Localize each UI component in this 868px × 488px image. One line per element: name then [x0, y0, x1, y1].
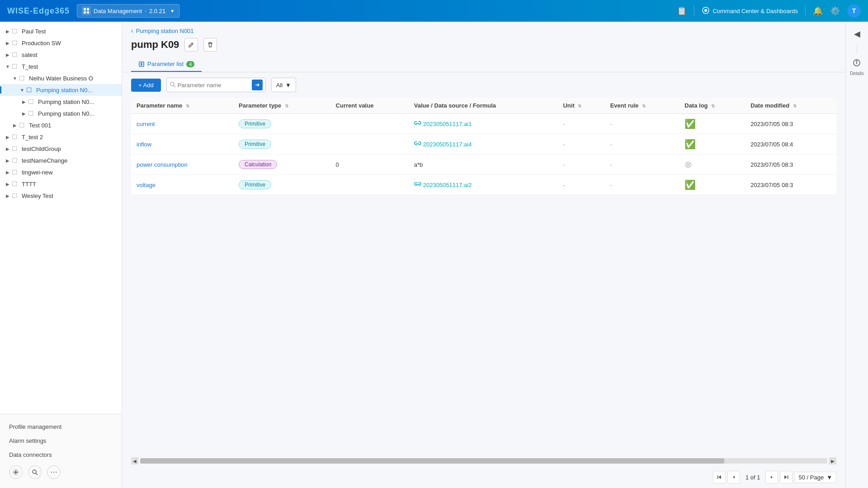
toggle-paul-test[interactable]: ▶ — [4, 29, 12, 34]
data-connectors-add-icon[interactable] — [9, 465, 23, 479]
data-connectors-link[interactable]: Data connectors — [7, 448, 114, 462]
datasource-link[interactable]: 202305051117:ai2 — [414, 181, 552, 189]
toggle-satest[interactable]: ▶ — [4, 52, 12, 57]
col-event-rule[interactable]: Event rule ⇅ — [605, 98, 679, 114]
datasource-link[interactable]: 202305051117:ai1 — [414, 120, 552, 128]
data-log-status-ok: ✅ — [684, 119, 696, 129]
col-data-log[interactable]: Data log ⇅ — [679, 98, 745, 114]
prev-page-button[interactable] — [727, 471, 740, 483]
col-param-type[interactable]: Parameter type ⇅ — [233, 98, 330, 114]
last-page-button[interactable] — [780, 471, 793, 483]
alarm-settings-link[interactable]: Alarm settings — [7, 434, 114, 448]
link-icon — [414, 120, 421, 128]
settings-icon[interactable]: ⚙️ — [830, 6, 840, 16]
toggle-tttt[interactable]: ▶ — [4, 182, 12, 187]
sidebar-item-tttt[interactable]: ▶ ☐ TTTT — [0, 178, 122, 190]
param-name-link[interactable]: current — [137, 121, 155, 127]
bottom-bar: ◀ ▶ 1 of 1 — [122, 455, 845, 488]
toggle-testchildgroup[interactable]: ▶ — [4, 146, 12, 151]
col-param-name[interactable]: Parameter name ⇅ — [131, 98, 233, 114]
sidebar-item-pumping-n002[interactable]: ▶ ☐ Pumping station N0... — [0, 96, 122, 108]
toggle-test-001[interactable]: ▶ — [11, 123, 19, 128]
col-unit[interactable]: Unit ⇅ — [557, 98, 604, 114]
filter-select[interactable]: All ▼ — [271, 78, 296, 92]
sidebar-item-t-test-2[interactable]: ▶ ☐ T_test 2 — [0, 131, 122, 143]
data-log-cell: ✅ — [679, 175, 745, 195]
sidebar-item-satest[interactable]: ▶ ☐ satest — [0, 49, 122, 61]
sidebar-label-pumping-n003: Pumping station N0... — [38, 110, 94, 117]
sidebar-label-testnamechange: testNameChange — [22, 157, 67, 164]
toggle-pumping-n001[interactable]: ▼ — [18, 88, 26, 93]
app-selector[interactable]: Data Management - 2.0.21 ▼ — [77, 4, 179, 18]
nav-divider-1 — [694, 5, 694, 16]
toggle-tingwei-new[interactable]: ▶ — [4, 170, 12, 175]
folder-icon: ☐ — [12, 28, 20, 35]
toggle-t-test[interactable]: ▼ — [4, 64, 12, 69]
toggle-t-test-2[interactable]: ▶ — [4, 135, 12, 140]
first-page-button[interactable] — [713, 471, 726, 483]
edit-button[interactable] — [184, 38, 198, 52]
param-name-link[interactable]: power consumption — [137, 161, 188, 168]
search-input[interactable] — [178, 82, 250, 89]
folder-icon: ☐ — [12, 145, 20, 152]
folder-icon: ☐ — [12, 180, 20, 188]
folder-icon: ☐ — [19, 122, 27, 129]
user-avatar[interactable]: T — [847, 4, 861, 18]
tab-parameter-list[interactable]: Parameter list 4 — [131, 57, 202, 72]
svg-line-16 — [174, 85, 175, 87]
event-rule-cell: - — [605, 134, 679, 155]
details-button[interactable]: Details — [850, 59, 864, 76]
toggle-testnamechange[interactable]: ▶ — [4, 158, 12, 163]
command-center-link[interactable]: Command Center & Dashboards — [702, 6, 798, 16]
clipboard-icon[interactable]: 📋 — [677, 6, 687, 16]
bell-icon[interactable]: 🔔 — [813, 6, 823, 16]
col-value-formula: Value / Data source / Formula — [409, 98, 558, 114]
data-connectors-search-icon[interactable] — [28, 465, 42, 479]
per-page-selector[interactable]: 50 / Page ▼ — [794, 472, 836, 483]
sidebar-item-pumping-n001[interactable]: ▼ ☐ Pumping station N0... — [0, 84, 122, 96]
toggle-wesley-test[interactable]: ▶ — [4, 193, 12, 198]
toggle-pumping-n002[interactable]: ▶ — [20, 99, 28, 104]
col-date-modified[interactable]: Date modified ⇅ — [745, 98, 836, 114]
scroll-right-button[interactable]: ▶ — [829, 457, 836, 465]
param-name-link[interactable]: voltage — [137, 182, 156, 188]
param-type-badge: Primitive — [239, 180, 271, 189]
data-connectors-more-icon[interactable]: ⋯ — [47, 465, 61, 479]
collapse-panel-button[interactable]: ◀ — [854, 29, 860, 39]
sidebar-item-production-sw[interactable]: ▶ ☐ Production SW — [0, 37, 122, 49]
profile-management-link[interactable]: Profile management — [7, 420, 114, 434]
next-page-button[interactable] — [765, 471, 778, 483]
sidebar-label-wesley-test: Wesley Test — [22, 192, 53, 199]
sidebar-item-pumping-n003[interactable]: ▶ ☐ Pumping station N0... — [0, 108, 122, 119]
sidebar-item-tingwei-new[interactable]: ▶ ☐ tingwei-new — [0, 166, 122, 178]
delete-button[interactable] — [203, 38, 217, 52]
right-panel: ◀ Details — [845, 22, 868, 488]
add-button[interactable]: + Add — [131, 79, 161, 92]
datasource-link[interactable]: 202305051117:ai4 — [414, 140, 552, 149]
sidebar-item-testchildgroup[interactable]: ▶ ☐ testChildGroup — [0, 143, 122, 155]
sidebar-item-paul-test[interactable]: ▶ ☐ Paul Test — [0, 25, 122, 37]
data-log-cell: ✅ — [679, 134, 745, 155]
sidebar-item-wesley-test[interactable]: ▶ ☐ Wesley Test — [0, 190, 122, 202]
scroll-left-button[interactable]: ◀ — [131, 457, 138, 465]
sidebar-item-test-001[interactable]: ▶ ☐ Test 001 — [0, 119, 122, 131]
svg-rect-1 — [87, 8, 89, 10]
folder-icon: ☐ — [12, 133, 20, 141]
sort-icon-event: ⇅ — [642, 103, 646, 108]
search-icon — [170, 81, 176, 89]
per-page-chevron: ▼ — [826, 474, 832, 481]
sidebar-item-testnamechange[interactable]: ▶ ☐ testNameChange — [0, 155, 122, 166]
toolbar: + Add All ▼ — [122, 72, 845, 98]
filter-chevron: ▼ — [285, 82, 291, 89]
date-modified-cell: 2023/07/05 08:3 — [745, 175, 836, 195]
toggle-production-sw[interactable]: ▶ — [4, 41, 12, 46]
param-name-link[interactable]: inflow — [137, 141, 151, 148]
sidebar-item-t-test[interactable]: ▼ ☐ T_test — [0, 61, 122, 72]
folder-icon: ☐ — [28, 98, 36, 105]
toggle-neihu[interactable]: ▼ — [11, 76, 19, 81]
sidebar-item-neihu[interactable]: ▼ ☐ Neihu Water Business O — [0, 72, 122, 84]
breadcrumb-arrow: ‹ — [131, 27, 133, 34]
toggle-pumping-n003[interactable]: ▶ — [20, 111, 28, 116]
search-go-button[interactable] — [252, 80, 263, 90]
breadcrumb[interactable]: ‹ Pumping station N001 — [122, 22, 845, 34]
